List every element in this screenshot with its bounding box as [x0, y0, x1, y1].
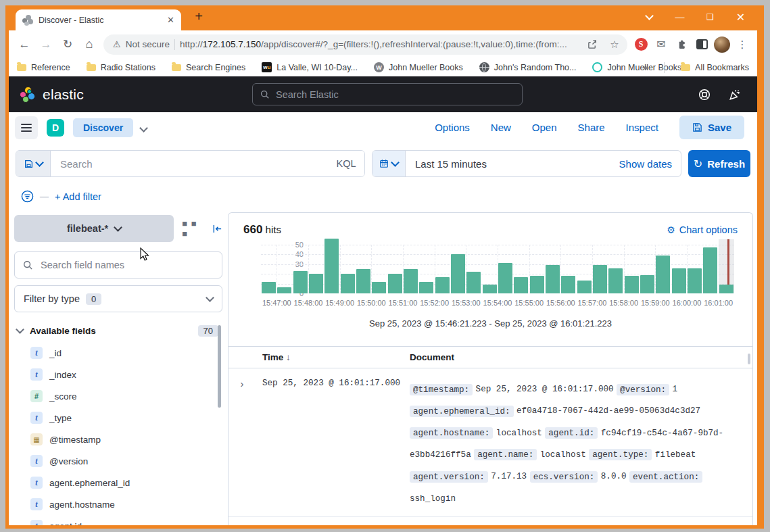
histogram-bar[interactable] — [262, 282, 276, 293]
window-minimize-icon[interactable]: — — [665, 5, 695, 28]
document-column-header[interactable]: Document — [410, 352, 752, 362]
all-bookmarks-button[interactable]: All Bookmarks — [681, 63, 749, 72]
field-list-item[interactable]: t_id — [13, 342, 224, 364]
histogram-bar[interactable] — [483, 285, 497, 293]
histogram-bar[interactable] — [356, 269, 370, 293]
field-search-input[interactable] — [39, 259, 214, 271]
browser-tab[interactable]: Discover - Elastic ✕ — [16, 9, 181, 30]
histogram-bar[interactable] — [514, 277, 528, 293]
bookmark-item[interactable]: John's Random Tho... — [479, 62, 577, 72]
time-picker-calendar-button[interactable] — [372, 151, 406, 176]
window-maximize-icon[interactable]: ❑ — [695, 5, 725, 28]
histogram-bar[interactable] — [546, 265, 560, 293]
histogram-bar[interactable] — [593, 265, 607, 293]
histogram-bar[interactable] — [640, 275, 654, 293]
histogram-bar[interactable] — [688, 268, 702, 293]
collapse-sidebar-icon[interactable] — [212, 224, 222, 234]
field-list-item[interactable]: #_score — [13, 385, 224, 407]
histogram-bar[interactable] — [608, 268, 623, 293]
histogram-bar[interactable] — [530, 276, 544, 293]
nav-link-open[interactable]: Open — [532, 122, 557, 133]
space-badge[interactable]: D — [47, 119, 64, 137]
bookmark-item[interactable]: Search Engines — [172, 63, 245, 72]
chart-options-button[interactable]: ⚙ Chart options — [667, 224, 738, 235]
nav-link-inspect[interactable]: Inspect — [626, 122, 658, 133]
forward-icon[interactable]: → — [36, 34, 56, 55]
saved-query-menu-button[interactable] — [16, 151, 51, 176]
query-language-button[interactable]: KQL — [328, 151, 364, 176]
time-column-header[interactable]: Time ↓ — [262, 352, 403, 362]
histogram-bar[interactable] — [404, 269, 418, 293]
field-list-item[interactable]: tagent.hostname — [13, 493, 224, 515]
histogram-bar[interactable] — [388, 274, 402, 293]
refresh-button[interactable]: ↻ Refresh — [688, 150, 750, 177]
histogram-bar[interactable] — [309, 274, 323, 293]
bookmark-item[interactable]: John Mueller Books... — [592, 62, 688, 72]
expand-row-icon[interactable]: › — [228, 377, 256, 508]
help-icon[interactable] — [698, 89, 711, 101]
home-icon[interactable]: ⌂ — [79, 34, 99, 55]
show-dates-button[interactable]: Show dates — [610, 151, 681, 176]
field-list-item[interactable]: t_index — [13, 364, 224, 385]
nav-link-new[interactable]: New — [491, 122, 511, 133]
histogram-bar[interactable] — [719, 285, 733, 293]
back-icon[interactable]: ← — [14, 34, 34, 55]
time-range-value[interactable]: Last 15 minutes — [406, 151, 610, 176]
results-scrollbar[interactable] — [748, 354, 750, 364]
histogram-bar[interactable] — [561, 276, 575, 293]
field-list-item[interactable]: tagent.ephemeral_id — [13, 472, 224, 493]
address-bar[interactable]: ⚠ Not secure http://172.105.7.150/app/di… — [103, 34, 627, 55]
histogram-bar[interactable] — [466, 272, 481, 293]
histogram-bar[interactable] — [577, 281, 592, 293]
nav-link-options[interactable]: Options — [435, 122, 470, 133]
field-list-item[interactable]: ▦@timestamp — [13, 429, 224, 450]
save-button[interactable]: Save — [679, 116, 744, 139]
histogram-bar[interactable] — [324, 239, 339, 293]
share-icon[interactable] — [583, 36, 601, 53]
not-secure-label[interactable]: Not secure — [126, 39, 170, 49]
field-list-item[interactable]: tagent.id — [13, 515, 224, 525]
histogram-bar[interactable] — [419, 282, 433, 293]
bookmarks-overflow-chevron[interactable]: » — [643, 62, 648, 72]
hamburger-menu-icon[interactable] — [15, 116, 38, 139]
nav-link-share[interactable]: Share — [578, 122, 605, 133]
histogram-bar[interactable] — [625, 276, 639, 293]
split-screen-extension-icon[interactable] — [692, 34, 711, 55]
url-text[interactable]: http://172.105.7.150/app/discover#/?_g=(… — [180, 39, 579, 49]
tab-close-icon[interactable]: ✕ — [167, 15, 174, 25]
reload-icon[interactable]: ↻ — [57, 34, 78, 55]
filter-by-type-select[interactable]: Filter by type 0 — [14, 285, 222, 312]
window-menu-chevron-icon[interactable] — [634, 5, 665, 28]
bookmark-item[interactable]: WJohn Mueller Books — [374, 62, 463, 72]
bookmark-item[interactable]: wuLa Valle, WI 10-Day... — [262, 62, 358, 72]
field-search-box[interactable] — [14, 251, 222, 279]
field-list-item[interactable]: t@version — [13, 450, 224, 472]
add-filter-button[interactable]: + Add filter — [55, 191, 101, 202]
newsfeed-icon[interactable] — [729, 89, 741, 101]
extensions-puzzle-icon[interactable] — [672, 34, 691, 55]
histogram-bar[interactable] — [293, 271, 308, 293]
bookmark-item[interactable]: Reference — [17, 63, 70, 72]
bookmark-star-icon[interactable]: ☆ — [606, 36, 623, 53]
histogram-bar[interactable] — [435, 277, 450, 293]
field-list-item[interactable]: t_type — [13, 407, 224, 429]
extension-mail-icon[interactable]: ✉ — [652, 34, 671, 55]
window-close-icon[interactable]: ✕ — [725, 5, 756, 28]
histogram-bar[interactable] — [498, 263, 512, 293]
histogram-bar[interactable] — [277, 287, 291, 293]
bookmark-item[interactable]: Radio Stations — [87, 63, 155, 72]
histogram-bar[interactable] — [672, 268, 686, 293]
histogram-bar[interactable] — [341, 274, 355, 293]
new-tab-button[interactable]: + — [190, 9, 208, 24]
histogram-bar[interactable] — [451, 254, 465, 293]
index-options-icon[interactable]: ■ ■ ■ — [182, 218, 204, 239]
global-search-input[interactable]: Search Elastic — [252, 83, 523, 105]
search-input[interactable] — [51, 151, 328, 176]
chrome-menu-icon[interactable]: ⋮ — [733, 34, 752, 55]
index-pattern-select[interactable]: filebeat-* — [14, 215, 174, 242]
elastic-brand[interactable]: elastic — [20, 87, 252, 103]
sort-descending-icon[interactable]: ↓ — [286, 352, 291, 362]
filter-menu-icon[interactable] — [21, 190, 34, 203]
breadcrumb-discover[interactable]: Discover — [73, 118, 133, 137]
available-fields-header[interactable]: Available fields 70 — [17, 325, 218, 337]
